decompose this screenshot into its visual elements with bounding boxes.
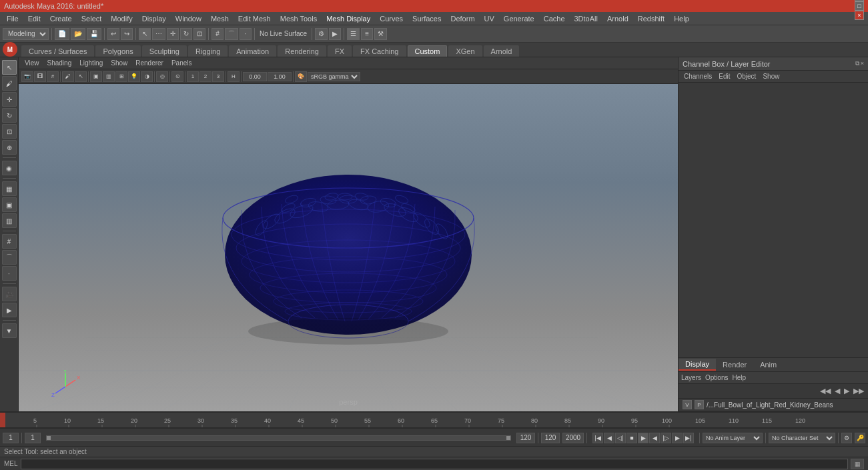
menu-mesh-display[interactable]: Mesh Display [322, 13, 374, 24]
current-frame-display[interactable] [25, 433, 41, 443]
vp-light-btn[interactable]: 💡 [128, 71, 140, 82]
maximize-button[interactable]: □ [855, 1, 864, 11]
play-forward-button[interactable]: ▶ [638, 433, 648, 443]
vp-menu-show[interactable]: Show [107, 59, 131, 67]
snap-curve-lt[interactable]: ⌒ [2, 250, 17, 265]
layers-next-btn[interactable]: ▶ [843, 387, 851, 395]
anim-key-btn[interactable]: 🔑 [855, 433, 865, 443]
rp-help-menu[interactable]: Help [732, 374, 746, 381]
layer-p-button[interactable]: P [695, 400, 704, 409]
menu-help[interactable]: Help [670, 13, 693, 24]
select-tool-lt[interactable]: ↖ [2, 60, 17, 75]
attribute-editor-button[interactable]: ≡ [361, 28, 373, 40]
paint-select-lt[interactable]: 🖌 [2, 76, 17, 91]
shelf-tab-animation[interactable]: Animation [229, 45, 276, 57]
new-scene-button[interactable]: 📄 [55, 28, 69, 40]
layers-back-btn[interactable]: ◀◀ [819, 387, 832, 395]
shelf-tab-rendering[interactable]: Rendering [278, 45, 326, 57]
rp-tab-anim[interactable]: Anim [753, 359, 783, 370]
render-lt[interactable]: ▶ [2, 303, 17, 317]
arrow-lt[interactable]: ▼ [2, 323, 17, 338]
snap-grid-lt[interactable]: # [2, 234, 17, 249]
shelf-tab-custom[interactable]: Custom [408, 45, 448, 57]
vp-isolate-btn[interactable]: ◎ [156, 71, 168, 82]
save-button[interactable]: 💾 [87, 28, 101, 40]
time-ruler[interactable]: 5 10 15 20 25 30 35 40 45 50 55 60 65 70… [0, 412, 868, 428]
wireframe-lt[interactable]: ▣ [2, 197, 17, 212]
ffwd-button[interactable]: ▶| [683, 433, 694, 443]
menu-edit[interactable]: Edit [24, 13, 45, 24]
stop-button[interactable]: ■ [626, 433, 637, 443]
mel-input[interactable] [21, 459, 848, 469]
render-settings-button[interactable]: ⚙ [315, 28, 328, 40]
vp-menu-shading[interactable]: Shading [44, 59, 75, 67]
next-frame-button[interactable]: ▶ [672, 433, 683, 443]
viewport-canvas[interactable]: X Y Z persp [19, 84, 678, 411]
layer-v-button[interactable]: V [683, 400, 692, 409]
menu-mesh[interactable]: Mesh [207, 13, 233, 24]
rp-menu-edit[interactable]: Edit [716, 73, 733, 80]
range-start-handle[interactable] [47, 436, 51, 440]
vp-colorprofile-select[interactable]: sRGB gamma [308, 72, 360, 81]
vp-menu-renderer[interactable]: Renderer [132, 59, 167, 67]
vp-film-btn[interactable]: 🎞 [34, 71, 46, 82]
rp-menu-object[interactable]: Object [735, 73, 759, 80]
display-mode-lt[interactable]: ▦ [2, 181, 17, 196]
snap-point-lt[interactable]: · [2, 266, 17, 281]
shade-lt[interactable]: ▥ [2, 213, 17, 228]
shelf-tab-polygons[interactable]: Polygons [95, 45, 140, 57]
rp-menu-show[interactable]: Show [760, 73, 782, 80]
menu-redshift[interactable]: Redshift [634, 13, 669, 24]
prev-frame-button[interactable]: ◀ [604, 433, 614, 443]
vp-camera-btn[interactable]: 📷 [21, 71, 33, 82]
vp-res3-btn[interactable]: 3 [212, 71, 224, 82]
vp-shade-btn[interactable]: ▥ [103, 71, 115, 82]
shelf-tab-rigging[interactable]: Rigging [188, 45, 228, 57]
menu-display[interactable]: Display [138, 13, 170, 24]
menu-deform[interactable]: Deform [446, 13, 478, 24]
vp-paint-btn[interactable]: 🖌 [62, 71, 74, 82]
shelf-tab-arnold[interactable]: Arnold [484, 45, 520, 57]
universal-tool-lt[interactable]: ⊕ [2, 140, 17, 155]
vp-texture-btn[interactable]: ⊞ [115, 71, 127, 82]
vp-colorprofile-btn[interactable]: 🎨 [295, 71, 307, 82]
open-button[interactable]: 📂 [71, 28, 85, 40]
rp-float-btn[interactable]: ⧉ [855, 60, 859, 67]
rp-close-btn[interactable]: × [861, 60, 864, 67]
rp-options-menu[interactable]: Options [705, 374, 728, 381]
move-tool-lt[interactable]: ✛ [2, 92, 17, 107]
shelf-tab-fxcaching[interactable]: FX Caching [353, 45, 406, 57]
shelf-tab-curves[interactable]: Curves / Surfaces [21, 45, 94, 57]
menu-3dtoall[interactable]: 3DtoAll [570, 13, 602, 24]
vp-menu-panels[interactable]: Panels [168, 59, 195, 67]
play-backward-button[interactable]: ◀ [649, 433, 660, 443]
rp-layers-menu[interactable]: Layers [681, 374, 701, 381]
rp-menu-channels[interactable]: Channels [681, 73, 715, 80]
vp-value1-input[interactable] [243, 72, 267, 81]
char-set-select[interactable]: No Character Set [769, 433, 835, 443]
vp-menu-view[interactable]: View [21, 59, 43, 67]
menu-create[interactable]: Create [46, 13, 76, 24]
menu-generate[interactable]: Generate [500, 13, 538, 24]
anim-settings-btn[interactable]: ⚙ [841, 433, 852, 443]
menu-window[interactable]: Window [171, 13, 205, 24]
vp-huds-btn[interactable]: H [228, 71, 240, 82]
next-key-button[interactable]: |▷ [661, 433, 671, 443]
rp-tab-render[interactable]: Render [716, 359, 753, 370]
layers-prev-btn[interactable]: ◀ [833, 387, 841, 395]
menu-arnold[interactable]: Arnold [603, 13, 632, 24]
render-button[interactable]: ▶ [329, 28, 341, 40]
vp-res2-btn[interactable]: 2 [199, 71, 211, 82]
channel-box-button[interactable]: ☰ [347, 28, 360, 40]
menu-uv[interactable]: UV [480, 13, 498, 24]
max-frame-input[interactable] [541, 433, 560, 443]
select-tool-button[interactable]: ↖ [139, 28, 151, 40]
prev-key-button[interactable]: ◁| [615, 433, 626, 443]
close-button[interactable]: × [855, 11, 864, 20]
rotate-tool-button[interactable]: ↻ [180, 28, 192, 40]
rotate-tool-lt[interactable]: ↻ [2, 108, 17, 123]
vp-select-btn[interactable]: ↖ [75, 71, 87, 82]
vp-shadow-btn[interactable]: ◑ [141, 71, 153, 82]
vp-menu-lighting[interactable]: Lighting [76, 59, 106, 67]
current-frame-input[interactable] [3, 433, 19, 443]
